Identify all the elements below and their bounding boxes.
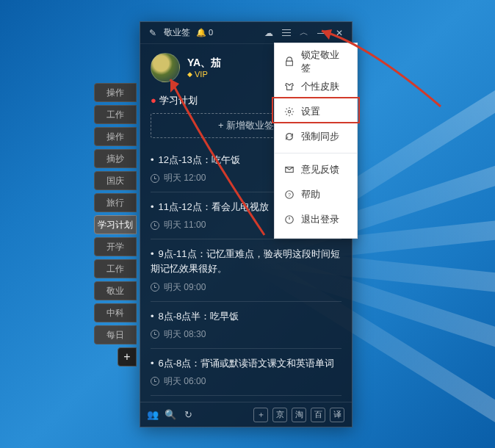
search-icon[interactable]: 🔍: [165, 410, 176, 420]
side-tag[interactable]: 摘抄: [94, 149, 137, 168]
clock-icon: [151, 174, 159, 183]
vip-badge: VIP: [187, 70, 221, 79]
note-time: 明天 12:00: [164, 172, 206, 184]
menu-help[interactable]: ? 帮助: [275, 182, 357, 207]
translate-shortcut[interactable]: 译: [330, 408, 344, 422]
note-item[interactable]: 整理、分析错题，保证质量: [151, 395, 342, 402]
user-nickname: YA、茄: [187, 57, 221, 70]
close-button[interactable]: ✕: [334, 28, 344, 38]
menu-logout[interactable]: 退出登录: [275, 207, 357, 232]
baidu-shortcut[interactable]: 百: [311, 408, 325, 422]
gear-icon: [283, 106, 295, 118]
titlebar: ✎ 敬业签 🔔 0 ☁ ︿ — ✕: [140, 22, 352, 44]
collapse-button[interactable]: ︿: [299, 28, 309, 38]
add-category-button[interactable]: +: [118, 347, 137, 366]
note-time: 明天 09:00: [164, 281, 206, 294]
note-item[interactable]: 6点-8点：背诵或默读语文课文和英语单词 明天 06:00: [151, 348, 342, 395]
app-logo-icon: ✎: [148, 28, 158, 38]
avatar[interactable]: [151, 53, 180, 82]
note-title: 6点-8点：背诵或默读语文课文和英语单词: [151, 356, 342, 371]
minimize-button[interactable]: —: [317, 28, 327, 38]
side-tag[interactable]: 工作: [94, 259, 137, 278]
note-time: 明天 06:00: [164, 375, 206, 388]
note-time: 明天 08:30: [164, 328, 206, 341]
add-button[interactable]: ＋: [253, 408, 268, 422]
menu-lock[interactable]: 锁定敬业签: [275, 49, 357, 74]
clock-icon: [151, 221, 159, 230]
sync-icon: [283, 131, 295, 142]
refresh-icon[interactable]: ↻: [183, 410, 193, 420]
note-item[interactable]: 9点-11点：记忆重难点，验表明这段时间短期记忆效果很好。 明天 09:00: [151, 239, 342, 300]
clock-icon: [151, 330, 159, 339]
side-tag[interactable]: 工作: [94, 105, 137, 124]
help-icon: ?: [283, 189, 295, 200]
side-tag[interactable]: 开学: [94, 237, 137, 256]
side-tag-active[interactable]: 学习计划: [94, 215, 137, 234]
note-title: 9点-11点：记忆重难点，验表明这段时间短期记忆效果很好。: [151, 247, 342, 276]
lock-icon: [283, 56, 295, 68]
side-tag[interactable]: 旅行: [94, 193, 137, 212]
menu-sync[interactable]: 强制同步: [275, 124, 357, 149]
side-tag[interactable]: 中科: [94, 303, 137, 322]
logout-icon: [283, 214, 295, 225]
hamburger-menu-button[interactable]: [281, 28, 292, 38]
category-tabs: 操作 工作 操作 摘抄 国庆 旅行 学习计划 开学 工作 敬业 中科 每日 +: [94, 83, 137, 369]
jd-shortcut[interactable]: 京: [272, 408, 287, 422]
menu-feedback[interactable]: 意见反馈: [275, 157, 357, 182]
side-tag[interactable]: 每日: [94, 325, 137, 344]
note-item[interactable]: 8点-8点半：吃早饭 明天 08:30: [151, 301, 342, 348]
side-tag[interactable]: 敬业: [94, 281, 137, 300]
side-tag[interactable]: 操作: [94, 83, 137, 102]
main-dropdown-menu: 锁定敬业签 个性皮肤 设置 强制同步 意见反馈 ? 帮助 退出登录: [274, 43, 358, 239]
side-tag[interactable]: 操作: [94, 127, 137, 146]
note-title: 8点-8点半：吃早饭: [151, 309, 342, 324]
bottom-toolbar: 👥 🔍 ↻ ＋ 京 淘 百 译: [140, 402, 352, 427]
cloud-sync-icon[interactable]: ☁: [264, 28, 274, 38]
menu-separator: [275, 153, 357, 153]
clock-icon: [151, 283, 159, 292]
app-title: 敬业签: [164, 26, 190, 39]
notifications-button[interactable]: 🔔 0: [196, 28, 213, 37]
svg-text:?: ?: [288, 192, 291, 198]
shirt-icon: [283, 81, 295, 93]
taobao-shortcut[interactable]: 淘: [292, 408, 306, 422]
menu-settings[interactable]: 设置: [275, 99, 357, 124]
mail-icon: [283, 164, 295, 176]
clock-icon: [151, 377, 159, 386]
menu-skin[interactable]: 个性皮肤: [275, 74, 357, 99]
svg-point-0: [288, 110, 291, 113]
side-tag[interactable]: 国庆: [94, 171, 137, 190]
note-time: 明天 11:00: [164, 219, 206, 231]
contacts-icon[interactable]: 👥: [148, 410, 158, 420]
